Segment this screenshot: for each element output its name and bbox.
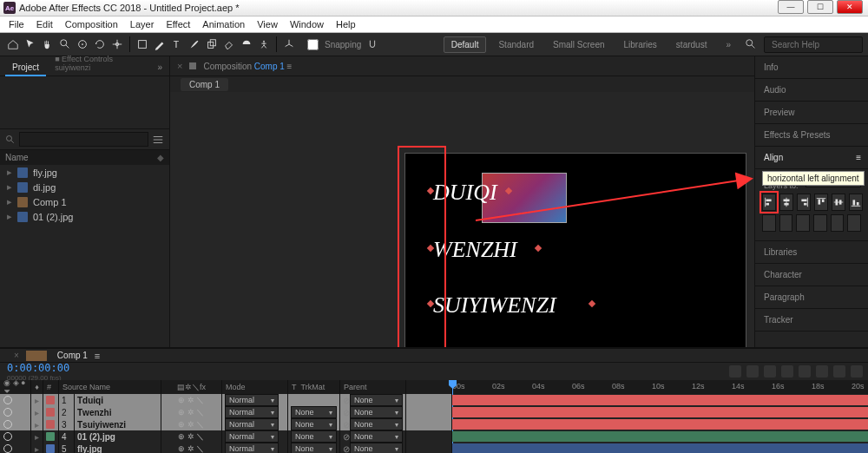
tl-snap-icon[interactable] <box>851 365 863 378</box>
menu-layer[interactable]: Layer <box>125 17 160 31</box>
menu-window[interactable]: Window <box>285 17 329 31</box>
tl-mb-icon[interactable] <box>816 365 828 378</box>
time-ruler[interactable]: 00s02s04s06s08s10s12s14s16s18s20s <box>452 380 868 394</box>
panel-tracker[interactable]: Tracker <box>755 309 868 332</box>
list-view-icon[interactable] <box>152 134 164 146</box>
workspace-more[interactable]: » <box>719 37 738 52</box>
tab-effect-controls[interactable]: ■ Effect Controls suiyiwenzi <box>48 51 148 76</box>
workspace-default[interactable]: Default <box>444 36 487 53</box>
roto-tool[interactable] <box>239 36 254 52</box>
project-item[interactable]: ▸fly.jpg <box>0 165 169 180</box>
menu-file[interactable]: File <box>3 17 30 31</box>
text-layer-3[interactable]: SUIYIWENZI <box>433 292 556 318</box>
align-hcenter-icon[interactable] <box>779 194 793 211</box>
parent-dropdown[interactable]: None <box>350 406 403 418</box>
workspace-small[interactable]: Small Screen <box>546 37 611 52</box>
project-item[interactable]: ▸01 (2).jpg <box>0 209 169 224</box>
project-search-input[interactable] <box>19 132 148 147</box>
search-icon[interactable] <box>743 36 759 52</box>
parent-dropdown[interactable]: None <box>350 418 403 430</box>
window-minimize[interactable]: — <box>778 0 804 14</box>
panel-preview[interactable]: Preview <box>755 102 868 124</box>
panel-libraries[interactable]: Libraries <box>755 241 868 264</box>
project-column-header[interactable]: Name◆ <box>0 150 169 165</box>
workspace-libraries[interactable]: Libraries <box>617 37 664 52</box>
parent-dropdown[interactable]: None <box>350 394 403 406</box>
tab-project[interactable]: Project <box>5 59 46 76</box>
mode-dropdown[interactable]: Normal <box>225 394 279 406</box>
parent-dropdown[interactable]: None <box>350 430 403 443</box>
window-close[interactable]: ✕ <box>837 0 863 14</box>
puppet-tool[interactable] <box>256 36 272 52</box>
panel-paragraph[interactable]: Paragraph <box>755 286 868 309</box>
mode-dropdown[interactable]: Normal <box>225 406 279 418</box>
align-vcenter-icon[interactable] <box>832 194 845 211</box>
workspace-stardust[interactable]: stardust <box>669 37 714 52</box>
align-top-icon[interactable] <box>814 194 828 211</box>
col-mode[interactable]: Mode <box>222 380 288 394</box>
trkmat-dropdown[interactable]: None <box>291 443 337 453</box>
parent-dropdown[interactable]: None <box>350 443 403 453</box>
layer-row[interactable]: ▸3T suiyiwenzi⊕ ✲ ＼NormalNone⊘ None <box>0 418 451 430</box>
tl-search-icon[interactable] <box>729 365 741 378</box>
menu-composition[interactable]: Composition <box>60 17 123 31</box>
tl-frame-icon[interactable] <box>799 365 811 378</box>
selection-tool[interactable] <box>23 36 38 52</box>
dist-hcenter-icon[interactable] <box>831 214 845 232</box>
text-tool[interactable]: T <box>169 36 185 52</box>
panel-align[interactable]: Align≡ <box>755 147 868 169</box>
snap-opts-icon[interactable] <box>365 36 380 52</box>
layer-row[interactable]: ▸5fly.jpg⊕ ✲ ＼NormalNone⊘ None <box>0 443 451 453</box>
panel-effects-presets[interactable]: Effects & Presets <box>755 124 868 147</box>
trkmat-dropdown[interactable]: None <box>291 418 337 430</box>
align-right-icon[interactable] <box>797 194 811 211</box>
menu-view[interactable]: View <box>252 17 283 31</box>
home-icon[interactable] <box>5 36 21 52</box>
mode-dropdown[interactable]: Normal <box>225 443 279 453</box>
window-maximize[interactable]: ☐ <box>807 0 833 14</box>
orbit-tool[interactable] <box>75 36 90 52</box>
zoom-tool[interactable] <box>57 36 73 52</box>
col-source[interactable]: Source Name <box>59 380 161 394</box>
dist-left-icon[interactable] <box>813 214 827 232</box>
mode-dropdown[interactable]: Normal <box>225 430 279 443</box>
project-item[interactable]: ▸di.jpg <box>0 180 169 194</box>
panel-character[interactable]: Character <box>755 264 868 286</box>
search-help-input[interactable] <box>770 39 857 50</box>
layer-row[interactable]: ▸401 (2).jpg⊕ ✲ ＼NormalNone⊘ None <box>0 430 451 443</box>
local-axis-icon[interactable] <box>281 36 297 52</box>
clone-tool[interactable] <box>204 36 220 52</box>
dist-right-icon[interactable] <box>847 214 861 232</box>
dist-bottom-icon[interactable] <box>796 214 810 232</box>
timeline-tab[interactable]: Comp 1 <box>50 349 95 362</box>
tab-overflow[interactable]: » <box>150 59 169 76</box>
layer-row[interactable]: ▸1T duiqi⊕ ✲ ＼Normal⊘ None <box>0 394 451 406</box>
anchor-tool[interactable] <box>109 36 125 52</box>
timecode[interactable]: 0:00:00:00 <box>7 362 69 374</box>
snapping-toggle[interactable] <box>307 39 319 50</box>
workspace-standard[interactable]: Standard <box>491 37 541 52</box>
comp-canvas[interactable]: DUIQI WENZHI SUIYIWENZI <box>404 153 746 354</box>
brush-tool[interactable] <box>187 36 202 52</box>
menu-edit[interactable]: Edit <box>31 17 58 31</box>
rotate-tool[interactable] <box>92 36 108 52</box>
dist-vcenter-icon[interactable] <box>779 214 793 232</box>
pen-tool[interactable] <box>152 36 168 52</box>
timeline-panel[interactable]: × Comp 1 ≡ 0:00:00:00 00000 (29.00 fps) … <box>0 347 868 453</box>
align-bottom-icon[interactable] <box>849 194 863 211</box>
tl-shy-icon[interactable] <box>764 365 776 378</box>
tl-graph-icon[interactable] <box>833 365 845 378</box>
project-item[interactable]: ▸Comp 1 <box>0 194 169 209</box>
mode-dropdown[interactable]: Normal <box>225 418 279 430</box>
panel-audio[interactable]: Audio <box>755 79 868 102</box>
align-left-icon[interactable] <box>762 194 776 211</box>
panel-info[interactable]: Info <box>755 56 868 79</box>
eraser-tool[interactable] <box>221 36 237 52</box>
trkmat-dropdown[interactable]: None <box>291 406 337 418</box>
trkmat-dropdown[interactable]: None <box>291 430 337 443</box>
panel-composition-label[interactable]: Composition Comp 1 ≡ <box>203 62 292 71</box>
col-parent[interactable]: Parent <box>340 380 406 394</box>
hand-tool[interactable] <box>40 36 56 52</box>
menu-animation[interactable]: Animation <box>197 17 250 31</box>
layer-row[interactable]: ▸2T wenzhi⊕ ✲ ＼NormalNone⊘ None <box>0 406 451 418</box>
